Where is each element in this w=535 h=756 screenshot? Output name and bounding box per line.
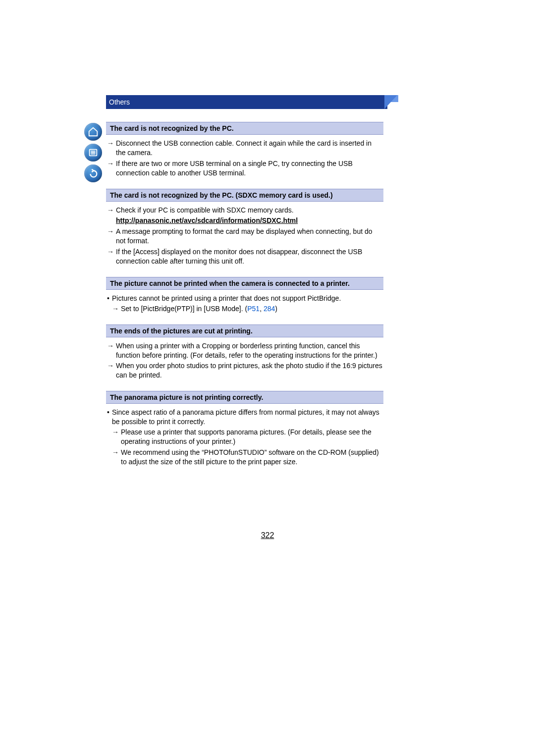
arrow-icon: → bbox=[107, 341, 116, 360]
external-link[interactable]: http://panasonic.net/avc/sdcard/informat… bbox=[116, 216, 382, 225]
arrow-icon: → bbox=[112, 304, 121, 314]
section-title: The ends of the pictures are cut at prin… bbox=[106, 324, 383, 337]
list-item: → When using a printer with a Cropping o… bbox=[107, 341, 382, 360]
list-item: → If the [Access] displayed on the monit… bbox=[107, 247, 382, 266]
list-item: → If there are two or more USB terminal … bbox=[107, 159, 382, 178]
page-ref-link[interactable]: P51 bbox=[247, 305, 260, 313]
section-title: The picture cannot be printed when the c… bbox=[106, 277, 383, 290]
list-item: → Disconnect the USB connection cable. C… bbox=[107, 139, 382, 158]
chapter-header: Others bbox=[106, 95, 387, 109]
arrow-icon: → bbox=[112, 448, 121, 467]
section-title: The panorama picture is not printing cor… bbox=[106, 391, 383, 404]
content-area: The card is not recognized by the PC. → … bbox=[106, 122, 383, 468]
arrow-icon: → bbox=[112, 428, 121, 446]
bullet-icon: • bbox=[107, 294, 112, 303]
list-item: • Pictures cannot be printed using a pri… bbox=[107, 294, 382, 303]
home-icon[interactable] bbox=[84, 123, 102, 141]
list-text: A message prompting to format the card m… bbox=[116, 227, 382, 246]
section-body: → When using a printer with a Cropping o… bbox=[106, 337, 383, 380]
list-text: Since aspect ratio of a panorama picture… bbox=[112, 408, 382, 427]
list-item: • Since aspect ratio of a panorama pictu… bbox=[107, 408, 382, 427]
ref-close: ) bbox=[275, 305, 277, 313]
bullet-icon: • bbox=[107, 408, 112, 427]
list-text: We recommend using the “PHOTOfunSTUDIO” … bbox=[121, 448, 382, 467]
list-item: http://panasonic.net/avc/sdcard/informat… bbox=[107, 216, 382, 225]
chapter-label: Others bbox=[109, 98, 130, 106]
list-text: When you order photo studios to print pi… bbox=[116, 361, 382, 380]
arrow-icon: → bbox=[107, 227, 116, 246]
arrow-icon: → bbox=[107, 159, 116, 178]
back-icon[interactable] bbox=[84, 164, 102, 182]
arrow-icon: → bbox=[107, 139, 116, 158]
list-item: → Set to [PictBridge(PTP)] in [USB Mode]… bbox=[107, 304, 382, 314]
arrow-icon: → bbox=[107, 247, 116, 266]
list-item: → When you order photo studios to print … bbox=[107, 361, 382, 380]
section-title: The card is not recognized by the PC. bbox=[106, 122, 383, 135]
section-title: The card is not recognized by the PC. (S… bbox=[106, 189, 383, 202]
list-item: → A message prompting to format the card… bbox=[107, 227, 382, 246]
page-ref-link[interactable]: 284 bbox=[264, 305, 275, 313]
page-number: 322 bbox=[0, 531, 535, 540]
list-item: → We recommend using the “PHOTOfunSTUDIO… bbox=[107, 448, 382, 467]
list-item: → Check if your PC is compatible with SD… bbox=[107, 206, 382, 215]
section-body: → Disconnect the USB connection cable. C… bbox=[106, 135, 383, 178]
list-text: If there are two or more USB terminal on… bbox=[116, 159, 382, 178]
list-item: → Please use a printer that supports pan… bbox=[107, 428, 382, 446]
arrow-icon: → bbox=[107, 206, 116, 215]
list-text: Set to [PictBridge(PTP)] in [USB Mode]. … bbox=[121, 304, 382, 314]
header-accent-tri bbox=[384, 95, 397, 109]
section-body: → Check if your PC is compatible with SD… bbox=[106, 202, 383, 266]
sep: , bbox=[260, 305, 264, 313]
text-fragment: Set to [PictBridge(PTP)] in [USB Mode]. bbox=[121, 305, 245, 313]
arrow-icon: → bbox=[107, 361, 116, 380]
sidebar bbox=[84, 123, 104, 185]
list-text: When using a printer with a Cropping or … bbox=[116, 341, 382, 360]
section-body: • Since aspect ratio of a panorama pictu… bbox=[106, 404, 383, 466]
section-body: • Pictures cannot be printed using a pri… bbox=[106, 290, 383, 314]
list-text: Pictures cannot be printed using a print… bbox=[112, 294, 382, 303]
list-text: Disconnect the USB connection cable. Con… bbox=[116, 139, 382, 158]
menu-icon[interactable] bbox=[84, 144, 102, 162]
list-text: If the [Access] displayed on the monitor… bbox=[116, 247, 382, 266]
list-text: Check if your PC is compatible with SDXC… bbox=[116, 206, 382, 215]
list-text: Please use a printer that supports panor… bbox=[121, 428, 382, 446]
arrow-icon bbox=[107, 216, 116, 225]
